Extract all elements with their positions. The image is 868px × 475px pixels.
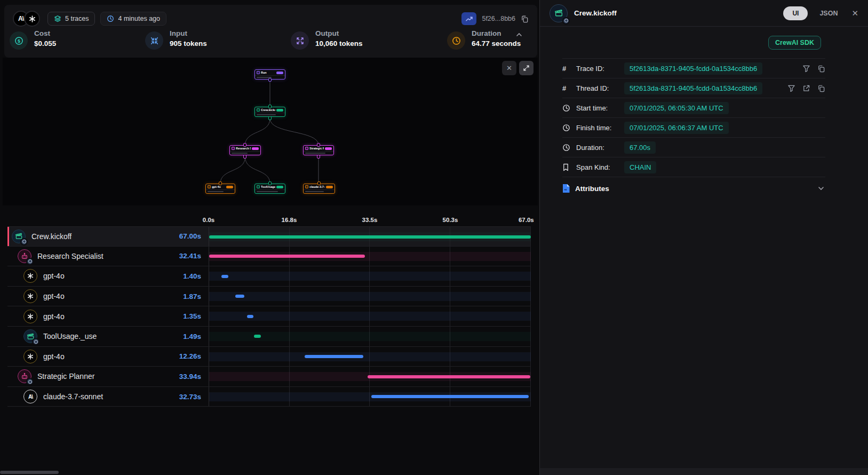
- span-row[interactable]: gpt-4o1.35s: [7, 306, 531, 327]
- node-port: [268, 78, 272, 82]
- node-port: [268, 105, 272, 108]
- node-label: Crew.kickoff: [261, 108, 275, 112]
- compress-icon: [145, 31, 163, 50]
- detail-value[interactable]: 07/01/2025, 06:05:30 AM UTC: [624, 102, 729, 114]
- span-timeline: [209, 387, 531, 407]
- clock-icon: [562, 144, 571, 152]
- tab-json[interactable]: JSON: [819, 10, 838, 17]
- span-row[interactable]: ToolUsage._use1.49s: [7, 327, 531, 347]
- attributes-section-header[interactable]: Attributes: [562, 177, 825, 200]
- dollar-icon: $: [10, 31, 28, 50]
- span-bar: [368, 375, 530, 378]
- span-name: Research Specialist: [37, 252, 173, 260]
- span-row[interactable]: gpt-4o12.26s: [7, 347, 531, 367]
- span-bar: [254, 335, 261, 338]
- span-track: [209, 352, 531, 361]
- trace-age-label: 4 minutes ago: [118, 15, 160, 22]
- copy-icon[interactable]: [817, 84, 825, 92]
- expand-icon: [291, 31, 309, 50]
- metric-value: 905 tokens: [170, 39, 207, 48]
- node-badge: [276, 186, 283, 188]
- detail-label: Trace ID:: [576, 65, 621, 73]
- metric-label: Duration: [472, 29, 521, 37]
- span-name: ToolUsage._use: [43, 332, 177, 341]
- node-type-icon: [305, 147, 308, 150]
- node-type-icon: [257, 71, 260, 74]
- span-row[interactable]: A\claude-3.7-sonnet32.73s: [7, 387, 531, 407]
- node-label: Research Speciali...: [236, 147, 251, 150]
- node-subtext: [206, 189, 235, 193]
- metric-value: $0.055: [34, 39, 56, 48]
- node-subtext: [255, 113, 285, 116]
- chevron-up-icon: [515, 30, 523, 39]
- detail-value[interactable]: 5f2613da-8371-9405-fcdd-0a1534cc8bb6: [624, 62, 762, 75]
- external-icon[interactable]: [802, 84, 810, 92]
- graph-fullscreen-button[interactable]: [519, 61, 533, 75]
- metric-value: 10,060 tokens: [315, 39, 363, 48]
- span-detail-panel: Crew.kickoff UI JSON ✕ CrewAI SDK #Trace…: [539, 0, 868, 475]
- filter-icon[interactable]: [787, 84, 795, 92]
- hash-icon: #: [562, 65, 571, 73]
- horizontal-scrollbar[interactable]: [0, 471, 59, 474]
- span-timeline: [209, 247, 531, 266]
- detail-value[interactable]: 07/01/2025, 06:06:37 AM UTC: [624, 122, 729, 134]
- copy-trace-id-button[interactable]: [521, 15, 529, 23]
- span-row[interactable]: Research Specialist32.41s: [7, 247, 531, 267]
- provider-logos: A\: [13, 11, 40, 27]
- span-row[interactable]: gpt-4o1.87s: [7, 287, 531, 307]
- node-badge: [252, 147, 259, 150]
- span-track: [209, 292, 531, 301]
- panel-close-button[interactable]: ✕: [851, 9, 858, 18]
- waterfall: 0.0s16.8s33.5s50.3s67.0s Crew.kickoff67.…: [7, 210, 531, 407]
- agentops-subbadge-icon: [20, 238, 28, 246]
- traces-count-badge[interactable]: 5 traces: [47, 12, 95, 26]
- span-row[interactable]: gpt-4o1.40s: [7, 266, 531, 287]
- agentops-subbadge-icon: [562, 17, 570, 25]
- trace-graph-canvas[interactable]: ✕ RunCrew.kickoffResearch Speciali...Str…: [3, 58, 538, 205]
- span-bar: [209, 235, 531, 239]
- panel-title: Crew.kickoff: [574, 9, 777, 17]
- span-duration: 33.94s: [179, 373, 209, 381]
- tab-ui[interactable]: UI: [783, 6, 808, 20]
- copy-icon: [521, 15, 529, 23]
- span-name: Crew.kickoff: [31, 232, 173, 241]
- detail-row: #Trace ID:5f2613da-8371-9405-fcdd-0a1534…: [562, 59, 825, 78]
- collapse-header-button[interactable]: [515, 30, 523, 39]
- span-bar: [221, 275, 228, 278]
- node-port: [317, 181, 321, 185]
- detail-row: Finish time:07/01/2025, 06:06:37 AM UTC: [562, 118, 825, 138]
- node-badge: [325, 147, 332, 150]
- metric-input: Input905 tokens: [145, 29, 207, 50]
- filter-icon[interactable]: [802, 65, 810, 73]
- node-type-icon: [232, 147, 235, 150]
- metric-value: 64.77 seconds: [472, 39, 521, 48]
- detail-value[interactable]: 67.00s: [624, 141, 656, 154]
- metric-label: Cost: [34, 29, 56, 37]
- trace-age-badge: 4 minutes ago: [100, 12, 166, 26]
- span-name: claude-3.7-sonnet: [43, 392, 173, 401]
- agentops-subbadge-icon: [32, 338, 39, 345]
- span-bar: [247, 315, 253, 318]
- chevron-down-icon[interactable]: [817, 184, 825, 193]
- trace-metrics-button[interactable]: [461, 12, 476, 25]
- detail-value[interactable]: CHAIN: [624, 161, 656, 173]
- metric-output: Output10,060 tokens: [291, 29, 363, 50]
- crewai-span-icon: [550, 4, 568, 22]
- span-row[interactable]: Strategic Planner33.94s: [7, 367, 531, 387]
- node-port: [317, 155, 320, 159]
- detail-value[interactable]: 5f2613da-8371-9405-fcdd-0a1534cc8bb6: [624, 82, 762, 94]
- clock-icon: [562, 124, 571, 132]
- axis-tick: 0.0s: [203, 217, 214, 223]
- openai-icon: [23, 310, 37, 323]
- openai-icon: [23, 289, 37, 303]
- metric-cost: $Cost$0.055: [10, 29, 56, 50]
- node-subtext: [304, 151, 333, 155]
- node-subtext: [304, 189, 335, 193]
- span-timeline: [209, 287, 531, 306]
- node-port: [243, 143, 246, 147]
- node-port: [317, 143, 320, 147]
- graph-close-button[interactable]: ✕: [502, 61, 516, 75]
- copy-icon[interactable]: [817, 65, 825, 73]
- span-row[interactable]: Crew.kickoff67.00s: [7, 226, 531, 247]
- node-subtext: [255, 189, 285, 193]
